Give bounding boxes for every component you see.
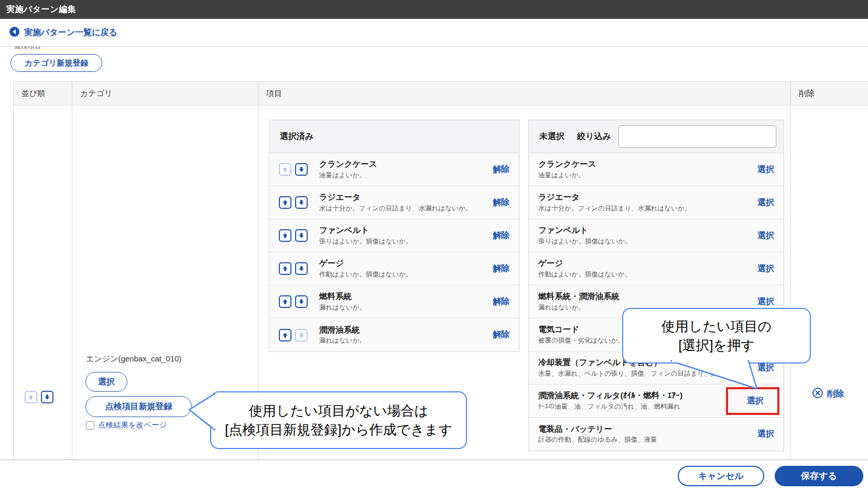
- select-link[interactable]: 選択: [757, 429, 774, 440]
- item-title: ラジエータ: [538, 192, 752, 202]
- selected-panel-header: 選択済み: [269, 120, 519, 153]
- content-clip-divider: [0, 460, 868, 460]
- inspection-table: 並び順 カテゴリ 項目 削除 エンジン(genbax_cat_010) 選択 点…: [13, 81, 868, 460]
- unselected-item-row: ファンベルト 張りはよいか。損傷はないか。 選択: [529, 219, 784, 252]
- item-desc: 水は十分か。フィンの目詰まり、水漏れはないか。: [538, 204, 752, 213]
- unselected-item-row: 電装品・バッテリー 計器の作動、配線のゆるみ、損傷、液量 選択: [529, 418, 784, 451]
- select-link[interactable]: 選択: [757, 263, 774, 274]
- item-title: ゲージ: [319, 258, 487, 268]
- back-circle-icon: [9, 27, 19, 39]
- tooltip-create-hint-line2: [点検項目新規登録]から作成できます: [225, 420, 452, 439]
- item-text: ラジエータ 水は十分か。フィンの目詰まり、水漏れはないか。: [538, 192, 752, 212]
- item-desc: 漏れはないか。: [319, 336, 487, 345]
- remove-link[interactable]: 解除: [493, 329, 509, 340]
- item-text: 電装品・バッテリー 計器の作動、配線のゆるみ、損傷、液量: [538, 424, 752, 444]
- tooltip-select-hint-line1: 使用したい項目の: [661, 317, 772, 336]
- item-desc: 油量はよいか。: [319, 171, 487, 180]
- tooltip-create-hint-line1: 使用したい項目がない場合は: [249, 401, 428, 420]
- item-move-down-button[interactable]: [295, 329, 308, 341]
- remove-link[interactable]: 解除: [493, 230, 509, 241]
- column-header-delete: 削除: [791, 82, 868, 105]
- item-title: ゲージ: [538, 258, 752, 268]
- tooltip-create-hint-tail: [183, 389, 219, 436]
- filter-label: 絞り込み: [577, 131, 611, 142]
- remove-link[interactable]: 解除: [493, 164, 509, 175]
- column-divider: [72, 105, 72, 460]
- item-move-up-button[interactable]: [279, 163, 291, 176]
- item-move-up-button[interactable]: [279, 329, 291, 341]
- unselected-item-row: ラジエータ 水は十分か。フィンの目詰まり、水漏れはないか。 選択: [529, 186, 784, 219]
- page-break-checkbox[interactable]: [86, 421, 94, 430]
- select-link[interactable]: 選択: [757, 296, 774, 307]
- item-text: 潤滑油系統 漏れはないか。: [319, 325, 487, 345]
- item-order-controls: [279, 262, 308, 275]
- item-order-controls: [279, 295, 308, 308]
- tooltip-select-hint-line2: [選択]を押す: [678, 336, 755, 355]
- remove-link[interactable]: 解除: [493, 197, 509, 208]
- back-link[interactable]: 実施パターン一覧に戻る: [9, 27, 117, 39]
- item-title: 潤滑油系統・フィルタ(ｵｲﾙ・燃料・ｴｱｰ): [538, 390, 726, 400]
- item-move-down-button[interactable]: [295, 229, 308, 242]
- item-text: ゲージ 作動はよいか。損傷はないか。: [538, 258, 752, 279]
- unselected-panel-title: 未選択: [539, 131, 565, 142]
- select-link[interactable]: 選択: [747, 396, 764, 405]
- item-title: 燃料系統: [319, 291, 487, 301]
- item-title: ファンベルト: [319, 225, 487, 235]
- tooltip-create-hint: 使用したい項目がない場合は [点検項目新規登録]から作成できます: [210, 391, 467, 449]
- cancel-button[interactable]: キャンセル: [678, 466, 764, 486]
- select-link[interactable]: 選択: [757, 197, 774, 208]
- selected-item-row: ファンベルト 張りはよいか。損傷はないか。 解除: [269, 219, 519, 252]
- category-delete-label: 削除: [827, 389, 844, 400]
- tooltip-select-hint-tail: [664, 359, 763, 392]
- item-title: ファンベルト: [538, 225, 752, 235]
- item-move-up-button[interactable]: [279, 295, 291, 308]
- item-title: クランクケース: [319, 159, 487, 169]
- item-move-up-button[interactable]: [279, 262, 291, 275]
- page-break-checkbox-label: 点検結果を改ページ: [98, 420, 167, 430]
- filter-input[interactable]: [619, 125, 776, 148]
- select-link[interactable]: 選択: [757, 230, 774, 241]
- item-desc: 張りはよいか。損傷はないか。: [319, 237, 487, 246]
- item-desc: ｹｰｽの油量、油、フィルタの汚れ、油、燃料漏れ: [538, 402, 726, 411]
- item-desc: 水は十分か。フィンの目詰まり、水漏れはないか。: [319, 204, 487, 213]
- item-title: 潤滑油系統: [319, 325, 487, 335]
- item-move-down-button[interactable]: [295, 262, 308, 275]
- item-move-down-button[interactable]: [295, 163, 308, 176]
- window-titlebar: 実施パターン編集: [0, 0, 868, 19]
- category-move-up-button[interactable]: [25, 391, 37, 403]
- item-move-up-button[interactable]: [279, 196, 291, 209]
- category-order-controls: [25, 391, 53, 403]
- item-move-down-button[interactable]: [295, 295, 308, 308]
- item-title: 電装品・バッテリー: [538, 424, 752, 434]
- category-move-down-button[interactable]: [41, 391, 53, 403]
- tooltip-select-hint: 使用したい項目の [選択]を押す: [622, 308, 811, 364]
- column-header-order: 並び順: [14, 82, 72, 105]
- category-select-button[interactable]: 選択: [85, 372, 127, 392]
- item-desc: 計器の作動、配線のゆるみ、損傷、液量: [538, 435, 752, 444]
- category-name: エンジン(genbax_cat_010): [86, 354, 181, 364]
- item-title: 燃料系統・潤滑油系統: [538, 291, 752, 301]
- item-move-down-button[interactable]: [295, 196, 308, 209]
- item-order-controls: [279, 329, 308, 341]
- unselected-item-row: クランクケース 油量はよいか。 選択: [529, 153, 784, 186]
- remove-link[interactable]: 解除: [493, 263, 509, 274]
- unselected-panel-header: 未選択 絞り込み: [529, 120, 784, 153]
- item-title: クランクケース: [538, 159, 752, 169]
- item-text: クランクケース 油量はよいか。: [319, 159, 487, 179]
- item-move-up-button[interactable]: [279, 229, 291, 242]
- category-delete-link[interactable]: 削除: [812, 387, 844, 401]
- category-new-button[interactable]: カテゴリ新規登録: [10, 54, 102, 72]
- item-text: ファンベルト 張りはよいか。損傷はないか。: [319, 225, 487, 246]
- item-order-controls: [279, 229, 308, 242]
- page-break-checkbox-row[interactable]: 点検結果を改ページ: [86, 420, 167, 430]
- item-desc: 漏れはないか。: [319, 303, 487, 312]
- select-link[interactable]: 選択: [757, 164, 774, 175]
- item-text: 潤滑油系統・フィルタ(ｵｲﾙ・燃料・ｴｱｰ) ｹｰｽの油量、油、フィルタの汚れ、…: [538, 390, 726, 411]
- save-button[interactable]: 保存する: [775, 466, 863, 486]
- item-title: ラジエータ: [319, 192, 487, 202]
- item-text: クランクケース 油量はよいか。: [538, 159, 752, 179]
- item-order-controls: [279, 163, 308, 176]
- inspection-item-new-button[interactable]: 点検項目新規登録: [85, 396, 192, 417]
- remove-link[interactable]: 解除: [493, 296, 509, 307]
- column-header-category: カテゴリ: [72, 82, 258, 105]
